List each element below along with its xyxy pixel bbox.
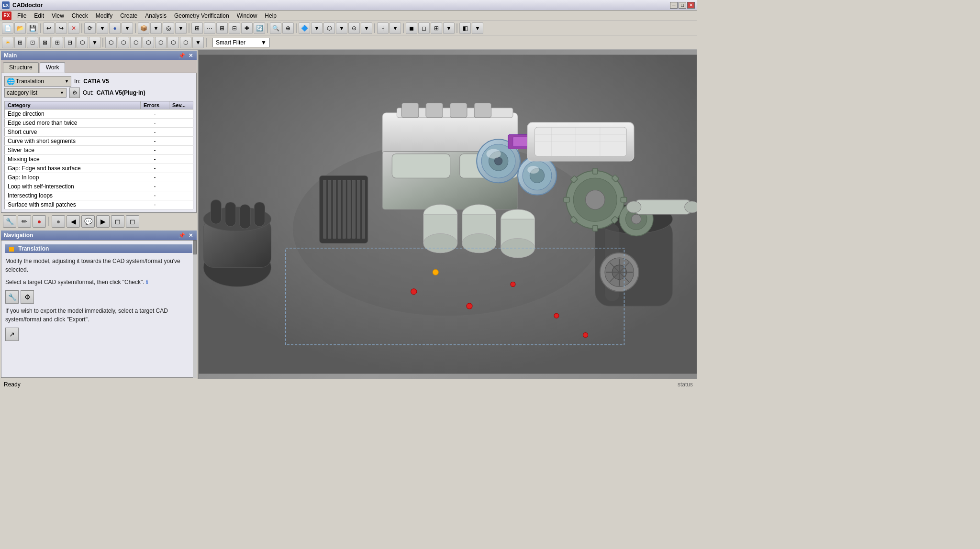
- menu-create[interactable]: Create: [116, 11, 141, 20]
- menu-analysis[interactable]: Analysis: [141, 11, 170, 20]
- nav-gear-btn[interactable]: ⚙: [21, 290, 34, 304]
- menu-file[interactable]: File: [13, 11, 30, 20]
- nav-scrollbar-thumb[interactable]: [193, 240, 197, 254]
- axes-dropdown[interactable]: ▼: [390, 22, 401, 34]
- menu-geometry-verification[interactable]: Geometry Verification: [170, 11, 233, 20]
- clear-button[interactable]: ◻: [111, 215, 124, 228]
- zoom2-button[interactable]: ⊕: [282, 22, 294, 34]
- menu-help[interactable]: Help: [261, 11, 280, 20]
- table-row[interactable]: Edge direction -: [5, 110, 193, 119]
- tab-structure[interactable]: Structure: [3, 62, 39, 73]
- red-dot-button[interactable]: ●: [33, 215, 46, 228]
- maximize-button[interactable]: □: [679, 2, 686, 9]
- filter-dropdown[interactable]: ▼: [122, 22, 133, 34]
- rotate-button[interactable]: 🔄: [254, 22, 265, 34]
- view1-button[interactable]: ◼: [406, 22, 417, 34]
- tb2-hex5-button[interactable]: ⬡: [143, 37, 154, 48]
- grid2-button[interactable]: ⊞: [216, 22, 228, 34]
- circle-button[interactable]: ●: [52, 215, 65, 228]
- table-row[interactable]: Curve with short segments -: [5, 137, 193, 146]
- tb2-sq-button[interactable]: ⊡: [27, 37, 38, 48]
- table-row[interactable]: Short curve -: [5, 128, 193, 137]
- tb2-hex-dd-button[interactable]: ▼: [89, 37, 100, 48]
- nav-wrench-btn[interactable]: 🔧: [5, 290, 19, 304]
- table-row[interactable]: Sliver face -: [5, 146, 193, 155]
- tb2-minus-button[interactable]: ⊟: [64, 37, 76, 48]
- view4-dropdown[interactable]: ▼: [443, 22, 455, 34]
- delete-button[interactable]: ✕: [68, 22, 79, 34]
- view2-button[interactable]: ◻: [418, 22, 430, 34]
- menu-check[interactable]: Check: [68, 11, 92, 20]
- table-row[interactable]: Missing face -: [5, 155, 193, 164]
- nav-close-icon[interactable]: ✕: [187, 232, 194, 239]
- display-dropdown[interactable]: ▼: [472, 22, 483, 34]
- pin-icon[interactable]: 📌: [178, 52, 185, 59]
- hex-dropdown[interactable]: ▼: [336, 22, 347, 34]
- title-bar-controls[interactable]: ─ □ ✕: [670, 2, 695, 9]
- save-button[interactable]: 💾: [27, 22, 38, 34]
- reload-dropdown[interactable]: ▼: [97, 22, 108, 34]
- nav-export-btn[interactable]: ↗: [5, 328, 19, 341]
- grid-button[interactable]: ⊞: [191, 22, 203, 34]
- tb2-last-dd-button[interactable]: ▼: [192, 37, 204, 48]
- nav-pin-icon[interactable]: 📌: [178, 232, 185, 239]
- settings-button[interactable]: ⚙: [69, 88, 80, 98]
- tb2-hex2-button[interactable]: ⬡: [105, 37, 117, 48]
- translation-dropdown[interactable]: 🌐 Translation ▼: [4, 76, 71, 87]
- tb2-grid2-button[interactable]: ⊞: [52, 37, 63, 48]
- plus-button[interactable]: ✚: [241, 22, 253, 34]
- menu-modify[interactable]: Modify: [92, 11, 116, 20]
- table-row[interactable]: Edge used more than twice -: [5, 119, 193, 128]
- box-button[interactable]: 📦: [138, 22, 149, 34]
- tb2-hex3-button[interactable]: ⬡: [118, 37, 129, 48]
- undo-button[interactable]: ↩: [43, 22, 55, 34]
- tb2-hex4-button[interactable]: ⬡: [130, 37, 142, 48]
- circle2-dropdown[interactable]: ▼: [175, 22, 187, 34]
- tab-work[interactable]: Work: [40, 62, 66, 73]
- dot-button[interactable]: ⊙: [348, 22, 360, 34]
- category-dropdown[interactable]: category list ▼: [4, 88, 67, 98]
- dot-dropdown[interactable]: ▼: [361, 22, 372, 34]
- wrench-button[interactable]: 🔧: [3, 215, 16, 228]
- new-button[interactable]: 📄: [2, 22, 13, 34]
- box-dropdown[interactable]: ▼: [150, 22, 162, 34]
- close-panel-icon[interactable]: ✕: [187, 52, 194, 59]
- display-button[interactable]: ◧: [459, 22, 471, 34]
- table-row[interactable]: Loop with self-intersection -: [5, 182, 193, 191]
- tb2-hex7-button[interactable]: ⬡: [167, 37, 179, 48]
- tb2-sun-button[interactable]: ☀: [2, 37, 13, 48]
- table-row[interactable]: Intersecting loops -: [5, 191, 193, 200]
- clear2-button[interactable]: ◻: [126, 215, 139, 228]
- menu-window[interactable]: Window: [233, 11, 261, 20]
- axes-button[interactable]: ⟊: [377, 22, 389, 34]
- menu-edit[interactable]: Edit: [30, 11, 48, 20]
- hex-button[interactable]: ⬡: [323, 22, 335, 34]
- redo-button[interactable]: ↪: [56, 22, 67, 34]
- zoom-button[interactable]: 🔍: [270, 22, 281, 34]
- table-row[interactable]: Surface with small patches -: [5, 200, 193, 209]
- comment-button[interactable]: 💬: [81, 215, 95, 228]
- close-button[interactable]: ✕: [687, 2, 695, 9]
- prev-button[interactable]: ◀: [67, 215, 80, 228]
- nav-scrollbar[interactable]: [193, 240, 197, 378]
- minus-button[interactable]: ⊟: [229, 22, 240, 34]
- minimize-button[interactable]: ─: [670, 2, 678, 9]
- table-row[interactable]: Gap: Edge and base surface -: [5, 164, 193, 173]
- dots-button[interactable]: ⋯: [204, 22, 215, 34]
- tb2-hex6-button[interactable]: ⬡: [155, 37, 167, 48]
- shape-button[interactable]: 🔷: [299, 22, 310, 34]
- tb2-hex8-button[interactable]: ⬡: [180, 37, 191, 48]
- smart-filter-dropdown[interactable]: Smart Filter ▼: [212, 38, 270, 47]
- reset-button[interactable]: ⟳: [84, 22, 96, 34]
- tb2-hex-button[interactable]: ⬡: [77, 37, 88, 48]
- circle-button[interactable]: ●: [109, 22, 121, 34]
- circle2-button[interactable]: ◎: [163, 22, 174, 34]
- open-button[interactable]: 📂: [14, 22, 26, 34]
- viewport[interactable]: Y X Z: [199, 50, 697, 379]
- tb2-grid-button[interactable]: ⊞: [14, 37, 26, 48]
- menu-view[interactable]: View: [48, 11, 68, 20]
- pencil-button[interactable]: ✏: [18, 215, 31, 228]
- shape-dropdown[interactable]: ▼: [311, 22, 323, 34]
- next-button[interactable]: ▶: [96, 215, 110, 228]
- table-row[interactable]: Gap: In loop -: [5, 173, 193, 182]
